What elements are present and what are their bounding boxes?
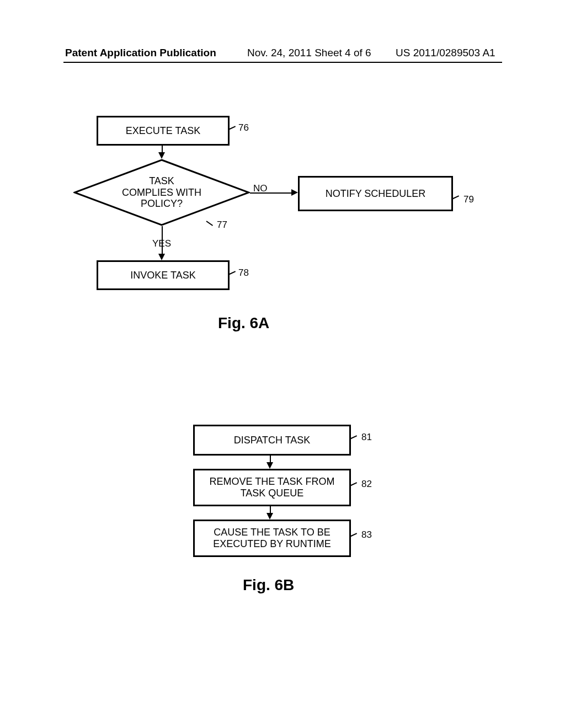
box-dispatch-task: DISPATCH TASK — [193, 425, 351, 456]
arrow-76-to-77-line — [162, 144, 163, 152]
arrow-77-to-78-head — [158, 254, 165, 260]
arrow-81-to-82-line — [270, 454, 271, 462]
arrow-82-to-83-head — [266, 513, 273, 520]
ref-label-83: 83 — [361, 529, 372, 540]
box-notify-scheduler-label: NOTIFY SCHEDULER — [326, 188, 426, 200]
figure-6b-caption: Fig. 6B — [243, 576, 294, 594]
decision-no-label: NO — [253, 183, 268, 194]
ref-label-81: 81 — [361, 432, 372, 443]
header-section-title: Patent Application Publication — [65, 47, 216, 59]
decision-task-complies: TASK COMPLIES WITH POLICY? — [73, 159, 250, 226]
ref-label-79: 79 — [463, 194, 474, 205]
header-pub-number: US 2011/0289503 A1 — [396, 47, 495, 59]
ref-label-78: 78 — [238, 267, 249, 279]
box-notify-scheduler: NOTIFY SCHEDULER — [298, 176, 453, 211]
header-date-sheet: Nov. 24, 2011 Sheet 4 of 6 — [247, 47, 371, 59]
ref-label-76: 76 — [238, 122, 249, 133]
box-invoke-task-label: INVOKE TASK — [130, 270, 195, 281]
arrow-76-to-77-head — [158, 152, 165, 159]
box-cause-execute-label: CAUSE THE TASK TO BE EXECUTED BY RUNTIME — [213, 527, 331, 549]
box-invoke-task: INVOKE TASK — [97, 260, 230, 290]
box-remove-task: REMOVE THE TASK FROM TASK QUEUE — [193, 469, 351, 506]
decision-text: TASK COMPLIES WITH POLICY? — [73, 159, 250, 226]
figure-6a-caption: Fig. 6A — [218, 314, 269, 332]
page-root: Patent Application Publication Nov. 24, … — [0, 0, 565, 728]
box-execute-task-label: EXECUTE TASK — [126, 125, 200, 137]
decision-text-label: TASK COMPLIES WITH POLICY? — [122, 175, 201, 210]
arrow-81-to-82-head — [266, 462, 273, 469]
decision-yes-label: YES — [152, 238, 171, 249]
arrow-77-to-79-head — [291, 189, 298, 196]
box-execute-task: EXECUTE TASK — [97, 116, 230, 146]
ref-label-77: 77 — [217, 220, 227, 231]
header-rule — [63, 62, 502, 63]
ref-label-82: 82 — [361, 479, 372, 490]
box-dispatch-task-label: DISPATCH TASK — [234, 435, 311, 446]
box-cause-execute: CAUSE THE TASK TO BE EXECUTED BY RUNTIME — [193, 520, 351, 557]
box-remove-task-label: REMOVE THE TASK FROM TASK QUEUE — [209, 476, 334, 499]
arrow-82-to-83-line — [270, 505, 271, 513]
